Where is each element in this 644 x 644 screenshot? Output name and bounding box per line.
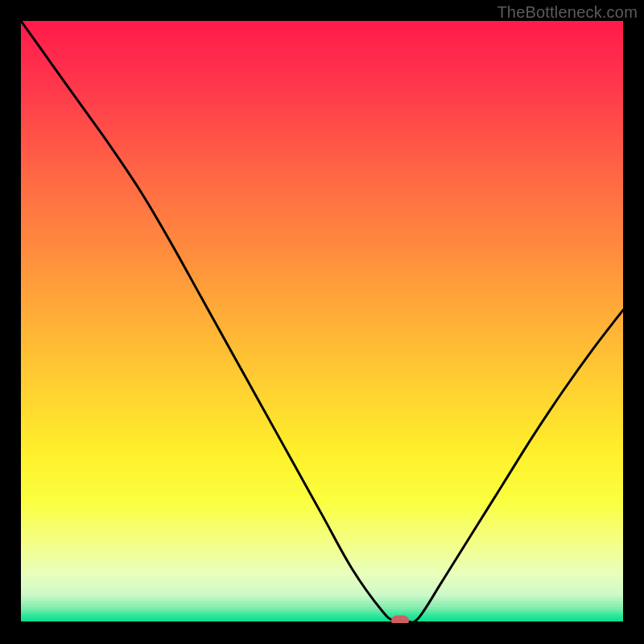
optimum-marker [391, 616, 409, 624]
chart-frame: TheBottleneck.com [0, 0, 644, 644]
watermark-text: TheBottleneck.com [497, 3, 638, 22]
plot-area [21, 21, 623, 623]
bottleneck-curve-path [21, 21, 623, 622]
bottleneck-curve [21, 21, 623, 623]
